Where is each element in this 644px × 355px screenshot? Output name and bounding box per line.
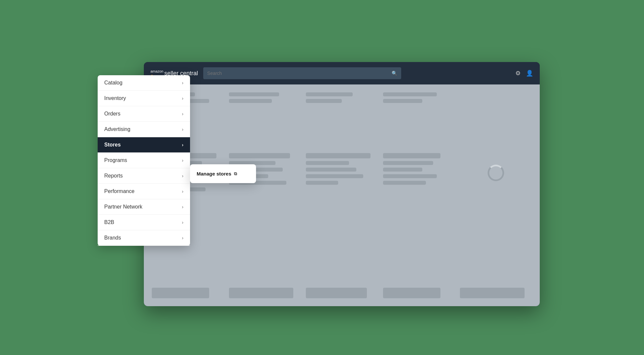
spinner-area	[460, 153, 532, 193]
skeleton	[383, 181, 426, 185]
nav-item-orders-label: Orders	[104, 111, 120, 117]
nav-item-b2b[interactable]: B2B ›	[98, 215, 190, 230]
user-icon[interactable]: 👤	[526, 70, 533, 77]
nav-item-inventory-label: Inventory	[104, 95, 126, 101]
nav-item-catalog-label: Catalog	[104, 80, 122, 86]
content-card-8	[383, 153, 455, 238]
nav-item-reports-label: Reports	[104, 173, 123, 179]
skeleton	[306, 92, 352, 96]
skeleton	[306, 181, 338, 185]
chevron-icon: ›	[182, 204, 183, 210]
skeleton-btn-3	[306, 288, 367, 298]
chevron-icon: ›	[182, 235, 183, 241]
submenu-item-manage-stores[interactable]: Manage stores ⧉	[190, 167, 256, 180]
nav-item-orders[interactable]: Orders ›	[98, 106, 190, 122]
skeleton	[383, 168, 423, 172]
skeleton	[383, 99, 423, 103]
scene-wrapper: amazon seller central 🔍 ⚙ 👤	[91, 42, 553, 313]
skeleton	[383, 153, 440, 158]
nav-item-brands-label: Brands	[104, 235, 121, 241]
skeleton	[306, 99, 342, 103]
skeleton-btn-4	[383, 288, 440, 298]
nav-item-programs[interactable]: Programs ›	[98, 153, 190, 168]
nav-item-b2b-label: B2B	[104, 219, 114, 225]
browser-content	[144, 84, 540, 306]
nav-item-programs-label: Programs	[104, 157, 127, 163]
chevron-icon: ›	[182, 220, 183, 225]
nav-menu: Catalog › Inventory › Orders › Advertisi…	[98, 75, 190, 246]
nav-item-inventory[interactable]: Inventory ›	[98, 91, 190, 106]
browser-window: amazon seller central 🔍 ⚙ 👤	[144, 62, 540, 306]
skeleton	[306, 153, 370, 158]
browser-header: amazon seller central 🔍 ⚙ 👤	[144, 62, 540, 84]
header-icons: ⚙ 👤	[515, 70, 533, 77]
nav-item-brands[interactable]: Brands ›	[98, 230, 190, 246]
external-link-icon: ⧉	[234, 171, 237, 177]
chevron-icon: ›	[182, 158, 183, 163]
chevron-icon: ›	[182, 96, 183, 101]
chevron-icon-active: ›	[182, 142, 183, 147]
search-bar-container[interactable]: 🔍	[203, 67, 401, 79]
content-card-7	[306, 153, 378, 238]
nav-item-catalog[interactable]: Catalog ›	[98, 75, 190, 91]
nav-item-advertising[interactable]: Advertising ›	[98, 122, 190, 137]
empty-col	[460, 92, 532, 148]
skeleton	[306, 174, 363, 178]
content-card-3	[306, 92, 378, 148]
nav-item-performance-label: Performance	[104, 188, 135, 194]
svg-text:amazon: amazon	[150, 69, 163, 73]
nav-item-performance[interactable]: Performance ›	[98, 184, 190, 199]
chevron-icon: ›	[182, 80, 183, 85]
nav-item-reports[interactable]: Reports ›	[98, 168, 190, 184]
search-input[interactable]	[207, 71, 392, 76]
skeleton	[383, 174, 437, 178]
skeleton	[383, 161, 433, 165]
skeleton-btn-5	[460, 288, 525, 298]
nav-item-stores[interactable]: Stores ›	[98, 137, 190, 153]
content-card-2	[229, 92, 301, 148]
search-icon: 🔍	[392, 71, 397, 76]
chevron-icon: ›	[182, 173, 183, 178]
manage-stores-label: Manage stores	[197, 171, 231, 177]
loading-spinner	[488, 165, 504, 181]
skeleton	[229, 153, 290, 158]
settings-icon[interactable]: ⚙	[515, 70, 521, 77]
nav-item-partner-network-label: Partner Network	[104, 204, 143, 210]
chevron-icon: ›	[182, 127, 183, 132]
skeleton	[306, 168, 356, 172]
chevron-icon: ›	[182, 189, 183, 194]
skeleton-btn-1	[152, 288, 209, 298]
stores-submenu: Manage stores ⧉	[190, 164, 256, 183]
content-card-4	[383, 92, 455, 148]
skeleton-btn-2	[229, 288, 294, 298]
chevron-icon: ›	[182, 111, 183, 116]
nav-item-partner-network[interactable]: Partner Network ›	[98, 199, 190, 215]
skeleton	[306, 161, 349, 165]
skeleton	[383, 92, 437, 96]
nav-item-advertising-label: Advertising	[104, 126, 130, 132]
skeleton	[229, 99, 272, 103]
nav-item-stores-label: Stores	[104, 142, 121, 148]
skeleton	[229, 92, 279, 96]
